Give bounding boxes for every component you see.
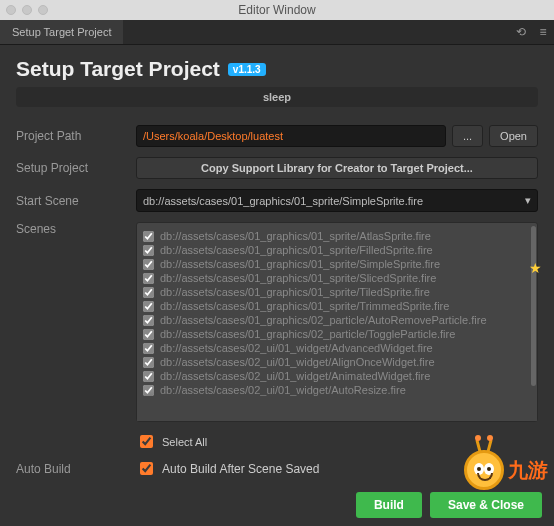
label-auto-build: Auto Build <box>16 462 136 476</box>
scene-item[interactable]: db://assets/cases/02_ui/01_widget/Advanc… <box>141 341 533 355</box>
scene-path: db://assets/cases/01_graphics/02_particl… <box>160 328 455 340</box>
scene-path: db://assets/cases/02_ui/01_widget/Animat… <box>160 370 430 382</box>
scene-item[interactable]: db://assets/cases/01_graphics/01_sprite/… <box>141 243 533 257</box>
scene-path: db://assets/cases/02_ui/01_widget/Advanc… <box>160 342 433 354</box>
select-all-checkbox[interactable] <box>140 435 153 448</box>
save-close-button[interactable]: Save & Close <box>430 492 542 518</box>
label-start-scene: Start Scene <box>16 194 136 208</box>
scene-path: db://assets/cases/02_ui/01_widget/AlignO… <box>160 356 435 368</box>
scene-path: db://assets/cases/01_graphics/01_sprite/… <box>160 258 440 270</box>
scene-checkbox[interactable] <box>143 385 154 396</box>
scene-checkbox[interactable] <box>143 231 154 242</box>
auto-build-checkbox[interactable] <box>140 462 153 475</box>
label-project-path: Project Path <box>16 129 136 143</box>
scene-item[interactable]: db://assets/cases/01_graphics/01_sprite/… <box>141 229 533 243</box>
brand-text: 九游 <box>508 457 548 484</box>
scene-item[interactable]: db://assets/cases/01_graphics/01_sprite/… <box>141 257 533 271</box>
tab-setup-target[interactable]: Setup Target Project <box>0 20 123 44</box>
menu-icon[interactable]: ≡ <box>532 25 554 39</box>
auto-build-text: Auto Build After Scene Saved <box>162 462 319 476</box>
label-scenes: Scenes <box>16 222 136 236</box>
scene-item[interactable]: db://assets/cases/01_graphics/01_sprite/… <box>141 271 533 285</box>
version-badge: v1.1.3 <box>228 63 266 76</box>
scene-item[interactable]: db://assets/cases/02_ui/01_widget/AlignO… <box>141 355 533 369</box>
tab-bar: Setup Target Project ⟲ ≡ <box>0 20 554 45</box>
star-icon: ★ <box>529 260 542 276</box>
start-scene-value: db://assets/cases/01_graphics/01_sprite/… <box>143 195 423 207</box>
start-scene-select[interactable]: db://assets/cases/01_graphics/01_sprite/… <box>136 189 538 212</box>
scrollbar[interactable] <box>531 226 536 386</box>
scene-checkbox[interactable] <box>143 329 154 340</box>
label-setup-project: Setup Project <box>16 161 136 175</box>
scene-checkbox[interactable] <box>143 287 154 298</box>
scene-item[interactable]: db://assets/cases/01_graphics/01_sprite/… <box>141 299 533 313</box>
mascot-icon <box>464 450 504 490</box>
copy-library-button[interactable]: Copy Support Library for Creator to Targ… <box>136 157 538 179</box>
scene-path: db://assets/cases/01_graphics/01_sprite/… <box>160 300 449 312</box>
scene-item[interactable]: db://assets/cases/02_ui/01_widget/AutoRe… <box>141 383 533 397</box>
scene-item[interactable]: db://assets/cases/02_ui/01_widget/Animat… <box>141 369 533 383</box>
scene-path: db://assets/cases/01_graphics/01_sprite/… <box>160 272 436 284</box>
page-title: Setup Target Project <box>16 57 220 81</box>
brand-logo: 九游 <box>464 450 548 490</box>
scene-checkbox[interactable] <box>143 301 154 312</box>
scene-checkbox[interactable] <box>143 357 154 368</box>
scene-path: db://assets/cases/01_graphics/02_particl… <box>160 314 487 326</box>
scene-item[interactable]: db://assets/cases/01_graphics/02_particl… <box>141 327 533 341</box>
subtitle: sleep <box>16 87 538 107</box>
scene-checkbox[interactable] <box>143 371 154 382</box>
scene-checkbox[interactable] <box>143 315 154 326</box>
window-title: Editor Window <box>0 3 554 17</box>
chevron-down-icon: ▾ <box>525 194 531 207</box>
scene-item[interactable]: db://assets/cases/01_graphics/01_sprite/… <box>141 285 533 299</box>
scene-checkbox[interactable] <box>143 259 154 270</box>
scenes-list: db://assets/cases/01_graphics/01_sprite/… <box>136 222 538 422</box>
project-path-input[interactable] <box>136 125 446 147</box>
scene-item[interactable]: db://assets/cases/01_graphics/02_particl… <box>141 313 533 327</box>
scene-path: db://assets/cases/02_ui/01_widget/AutoRe… <box>160 384 406 396</box>
scene-path: db://assets/cases/01_graphics/01_sprite/… <box>160 286 430 298</box>
select-all-label: Select All <box>162 436 207 448</box>
scene-path: db://assets/cases/01_graphics/01_sprite/… <box>160 230 431 242</box>
scene-path: db://assets/cases/01_graphics/01_sprite/… <box>160 244 433 256</box>
mac-titlebar: Editor Window <box>0 0 554 20</box>
refresh-icon[interactable]: ⟲ <box>510 25 532 39</box>
open-button[interactable]: Open <box>489 125 538 147</box>
browse-button[interactable]: ... <box>452 125 483 147</box>
scene-checkbox[interactable] <box>143 273 154 284</box>
scene-checkbox[interactable] <box>143 245 154 256</box>
build-button[interactable]: Build <box>356 492 422 518</box>
scene-checkbox[interactable] <box>143 343 154 354</box>
